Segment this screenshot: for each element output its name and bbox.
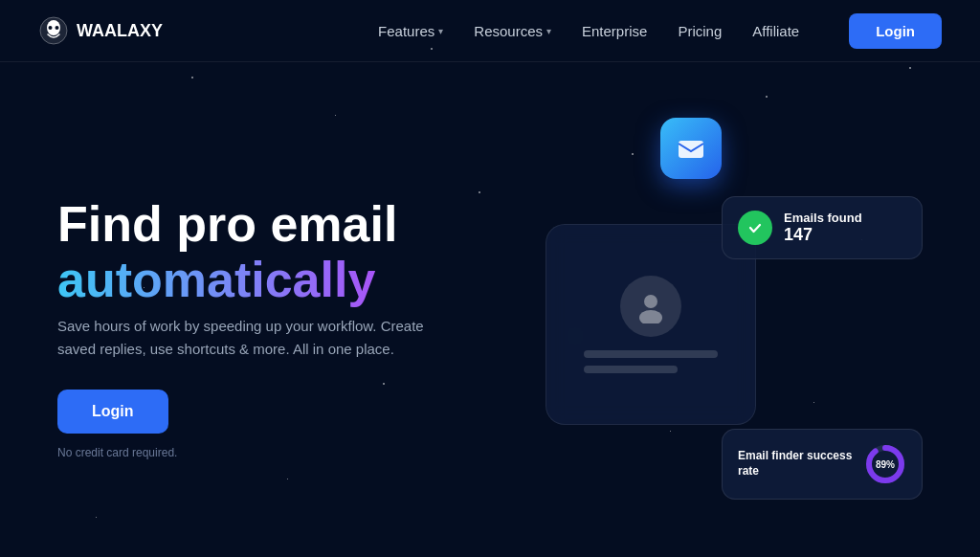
- nav-item-features[interactable]: Features ▾: [367, 17, 455, 45]
- hero-title-gradient: automatically: [57, 252, 375, 307]
- nav-links: Features ▾ Resources ▾ Enterprise Pricin…: [367, 17, 811, 45]
- emails-found-label: Emails found: [784, 211, 862, 225]
- svg-rect-6: [679, 141, 703, 158]
- no-credit-card-text: No credit card required.: [57, 446, 177, 459]
- nav-link-pricing[interactable]: Pricing: [666, 17, 733, 45]
- profile-lines: [584, 350, 718, 373]
- profile-avatar-icon: [620, 276, 681, 337]
- success-rate-label: Email finder success rate: [738, 449, 853, 479]
- hero-title: Find pro email automatically: [57, 197, 498, 306]
- nav-link-features[interactable]: Features ▾: [367, 17, 455, 45]
- chevron-down-icon: ▾: [546, 26, 551, 36]
- waalaxy-logo-icon: [38, 15, 69, 46]
- email-icon-float: [660, 118, 722, 179]
- nav-link-resources[interactable]: Resources ▾: [462, 17, 563, 45]
- nav-item-resources[interactable]: Resources ▾: [462, 17, 563, 45]
- hero-content: Find pro email automatically Save hours …: [57, 188, 498, 459]
- logo-link[interactable]: WAALAXY: [38, 15, 163, 46]
- svg-point-2: [49, 26, 53, 30]
- svg-point-4: [644, 295, 657, 308]
- emails-found-card: Emails found 147: [722, 196, 923, 259]
- success-rate-card: Email finder success rate 89%: [722, 429, 923, 500]
- check-icon: [738, 211, 772, 245]
- nav-login-button[interactable]: Login: [849, 13, 942, 49]
- svg-point-5: [639, 310, 662, 323]
- nav-item-pricing[interactable]: Pricing: [666, 17, 733, 45]
- nav-item-affiliate[interactable]: Affiliate: [741, 17, 811, 45]
- emails-found-text: Emails found 147: [784, 211, 862, 245]
- success-rate-text: Email finder success rate: [738, 449, 853, 479]
- logo-text: WAALAXY: [77, 21, 163, 41]
- hero-login-button[interactable]: Login: [57, 390, 168, 434]
- hero-subtitle: Save hours of work by speeding up your w…: [57, 315, 431, 361]
- nav-item-enterprise[interactable]: Enterprise: [570, 17, 658, 45]
- profile-line-2: [584, 366, 678, 373]
- profile-line-1: [584, 350, 718, 358]
- hero-section: Find pro email automatically Save hours …: [0, 62, 980, 557]
- donut-percentage: 89%: [864, 443, 906, 485]
- navbar: WAALAXY Features ▾ Resources ▾ Enterpris…: [0, 0, 980, 62]
- svg-point-3: [56, 26, 59, 30]
- nav-link-affiliate[interactable]: Affiliate: [741, 17, 811, 45]
- emails-found-value: 147: [784, 225, 862, 245]
- nav-link-enterprise[interactable]: Enterprise: [570, 17, 658, 45]
- hero-illustration: Emails found 147 Email finder success ra…: [498, 91, 923, 557]
- donut-chart: 89%: [864, 443, 906, 485]
- chevron-down-icon: ▾: [438, 26, 443, 36]
